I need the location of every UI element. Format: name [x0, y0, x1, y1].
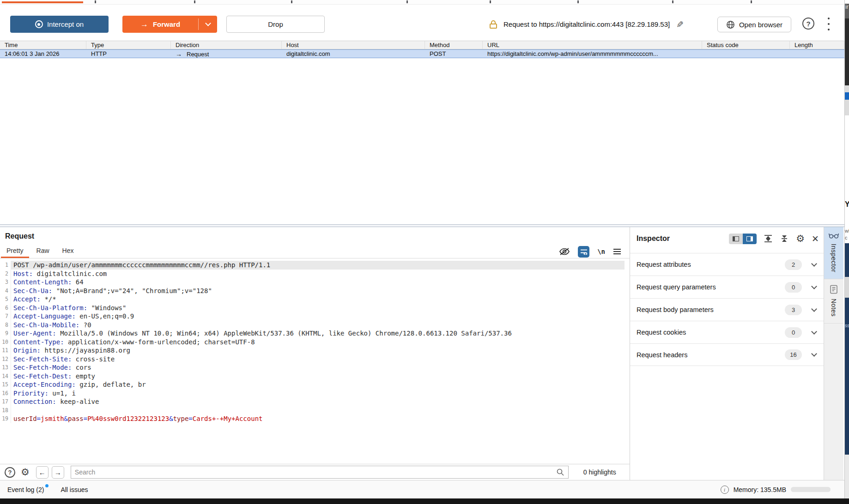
- layout-left-icon[interactable]: [729, 234, 743, 244]
- editor-line: 7Accept-Language: en-US,en;q=0.9: [0, 312, 625, 321]
- editor-line: 1POST /wp-admin/user/ammmmmmmccccccmmmmm…: [0, 261, 625, 270]
- line-content[interactable]: Host: digitaltclinic.com: [11, 270, 625, 278]
- row-cell-host: digitaltclinic.com: [282, 50, 425, 58]
- line-number: 3: [0, 278, 11, 287]
- direction-arrow-icon: →: [176, 50, 182, 58]
- search-settings-gear-icon[interactable]: ⚙: [21, 468, 30, 477]
- intercepted-request-row[interactable]: 14:06:01 3 Jan 2026HTTP→Requestdigitaltc…: [0, 49, 844, 58]
- line-content[interactable]: Connection: keep-alive: [11, 397, 625, 406]
- side-tab-notes[interactable]: Notes: [824, 279, 843, 324]
- expand-all-icon[interactable]: [764, 234, 773, 243]
- line-content[interactable]: Content-Length: 64: [11, 278, 625, 287]
- column-header-method[interactable]: Method: [425, 41, 483, 49]
- side-tab-inspector[interactable]: Inspector: [824, 227, 843, 279]
- search-prev-button[interactable]: ←: [36, 466, 49, 479]
- line-number: 12: [0, 355, 11, 364]
- request-target-area: Request to https://digitaltclinic.com:44…: [490, 16, 684, 33]
- line-content[interactable]: Content-Type: application/x-www-form-url…: [11, 338, 625, 347]
- intercept-queue-table: TimeTypeDirectionHostMethodURLStatus cod…: [0, 41, 844, 58]
- section-count-badge: 0: [785, 327, 802, 338]
- hamburger-menu-icon[interactable]: [613, 248, 621, 255]
- notification-dot: [45, 484, 49, 487]
- bg-fragment-top: ir: [845, 4, 849, 18]
- notes-icon: [830, 285, 838, 294]
- editor-line: 13Sec-Fetch-Mode: cors: [0, 363, 625, 372]
- editor-line: 18: [0, 406, 625, 415]
- editor-line: 15Accept-Encoding: gzip, deflate, br: [0, 380, 625, 389]
- word-wrap-toggle-icon[interactable]: [578, 246, 589, 258]
- line-content[interactable]: POST /wp-admin/user/ammmmmmmccccccmmmmmm…: [11, 261, 625, 270]
- background-window-slice: ir Ye wh c ss: [844, 0, 849, 498]
- search-help-icon[interactable]: ?: [5, 467, 15, 478]
- editor-line: 9User-Agent: Mozilla/5.0 (Windows NT 10.…: [0, 329, 625, 338]
- line-content[interactable]: Accept-Encoding: gzip, deflate, br: [11, 380, 625, 389]
- inspector-panel: Inspector ⚙ ✕ Request attributes2Request…: [630, 227, 824, 480]
- request-editor[interactable]: 1POST /wp-admin/user/ammmmmmmccccccmmmmm…: [0, 259, 625, 464]
- line-content[interactable]: Sec-Ch-Ua-Mobile: ?0: [11, 321, 625, 330]
- line-content[interactable]: Sec-Ch-Ua-Platform: "Windows": [11, 304, 625, 312]
- editor-tab-raw[interactable]: Raw: [30, 247, 56, 258]
- line-number: 10: [0, 338, 11, 347]
- column-header-time[interactable]: Time: [0, 41, 86, 49]
- collapse-all-icon[interactable]: [780, 234, 789, 243]
- column-header-length[interactable]: Length: [790, 41, 844, 49]
- line-content[interactable]: Sec-Fetch-Mode: cors: [11, 363, 625, 372]
- chevron-down-icon: [205, 20, 211, 26]
- kebab-menu-icon[interactable]: [826, 18, 831, 30]
- event-log-button[interactable]: Event log (2): [7, 486, 44, 493]
- intercept-toggle-button[interactable]: Intercept on: [10, 16, 109, 33]
- search-next-button[interactable]: →: [52, 466, 64, 479]
- table-header-row: TimeTypeDirectionHostMethodURLStatus cod…: [0, 41, 844, 49]
- inspector-section-request-headers[interactable]: Request headers16: [630, 343, 824, 366]
- editor-line: 10Content-Type: application/x-www-form-u…: [0, 338, 625, 347]
- line-number: 14: [0, 372, 11, 381]
- line-content[interactable]: Sec-Ch-Ua: "Not;A=Brand";v="24", "Chromi…: [11, 287, 625, 295]
- inspector-section-request-query-parameters[interactable]: Request query parameters0: [630, 276, 824, 298]
- editor-line: 16Priority: u=1, i: [0, 389, 625, 398]
- line-content[interactable]: Origin: https://jayaspin88.org: [11, 346, 625, 355]
- section-label: Request query parameters: [637, 283, 716, 291]
- line-content[interactable]: Accept: */*: [11, 295, 625, 304]
- search-input[interactable]: [71, 468, 556, 476]
- editor-line: 14Sec-Fetch-Dest: empty: [0, 372, 625, 381]
- inspector-section-request-cookies[interactable]: Request cookies0: [630, 321, 824, 343]
- edit-pencil-icon[interactable]: ✎: [676, 19, 684, 30]
- editor-tab-hex[interactable]: Hex: [56, 247, 80, 258]
- column-header-type[interactable]: Type: [86, 41, 171, 49]
- column-header-host[interactable]: Host: [282, 41, 425, 49]
- line-content[interactable]: Priority: u=1, i: [11, 389, 625, 398]
- line-number: 8: [0, 321, 11, 330]
- section-label: Request body parameters: [637, 306, 714, 313]
- hide-eye-icon[interactable]: [559, 247, 570, 256]
- line-content[interactable]: Sec-Fetch-Site: cross-site: [11, 355, 625, 364]
- open-browser-button[interactable]: Open browser: [717, 17, 791, 32]
- layout-right-icon[interactable]: [743, 234, 757, 244]
- line-content[interactable]: Sec-Fetch-Dest: empty: [11, 372, 625, 381]
- line-content[interactable]: [11, 406, 625, 415]
- inspector-close-icon[interactable]: ✕: [812, 234, 819, 243]
- side-tab-label: Notes: [830, 299, 837, 317]
- inspector-section-request-attributes[interactable]: Request attributes2: [630, 253, 824, 276]
- bg-fragment-heading: Ye: [845, 200, 849, 209]
- inspector-section-request-body-parameters[interactable]: Request body parameters3: [630, 298, 824, 321]
- drop-button[interactable]: Drop: [226, 16, 325, 33]
- line-content[interactable]: User-Agent: Mozilla/5.0 (Windows NT 10.0…: [11, 329, 625, 338]
- line-content[interactable]: userId=jsmith&pass=P%40ssw0rd12322123123…: [11, 414, 625, 423]
- column-header-status-code[interactable]: Status code: [702, 41, 790, 49]
- column-header-direction[interactable]: Direction: [171, 41, 282, 49]
- row-cell-length: [790, 50, 844, 58]
- chevron-down-icon: [811, 351, 817, 357]
- editor-tab-pretty[interactable]: Pretty: [0, 247, 30, 258]
- inspector-settings-gear-icon[interactable]: ⚙: [796, 234, 805, 244]
- column-header-url[interactable]: URL: [483, 41, 702, 49]
- forward-dropdown-button[interactable]: [199, 16, 217, 33]
- forward-button[interactable]: → Forward: [122, 16, 198, 33]
- help-icon[interactable]: ?: [802, 18, 814, 30]
- row-cell-method: POST: [425, 50, 483, 58]
- show-newlines-icon[interactable]: \n: [597, 248, 605, 255]
- forward-button-group: → Forward: [122, 16, 217, 33]
- line-content[interactable]: Accept-Language: en-US,en;q=0.9: [11, 312, 625, 321]
- all-issues-button[interactable]: All issues: [61, 486, 88, 493]
- forward-arrow-icon: →: [140, 20, 148, 29]
- request-target-text: Request to https://digitaltclinic.com:44…: [503, 20, 670, 28]
